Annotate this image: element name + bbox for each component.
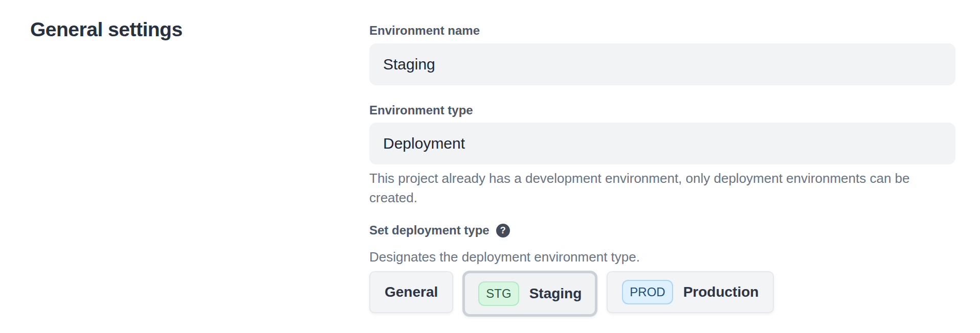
- page-title: General settings: [30, 18, 183, 41]
- environment-type-label: Environment type: [369, 103, 473, 117]
- question-mark-help-icon[interactable]: ?: [496, 224, 510, 237]
- deployment-type-option-general[interactable]: General: [369, 271, 453, 313]
- environment-name-label: Environment name: [369, 23, 480, 38]
- environment-type-input[interactable]: [369, 123, 955, 164]
- production-badge: PROD: [622, 280, 673, 305]
- set-deployment-type-row: Set deployment type ?: [369, 223, 510, 237]
- environment-type-help-text: This project already has a development e…: [369, 169, 937, 207]
- option-production-label: Production: [683, 284, 759, 300]
- deployment-type-option-production[interactable]: PROD Production: [607, 271, 774, 313]
- deployment-type-description: Designates the deployment environment ty…: [369, 248, 640, 266]
- option-staging-label: Staging: [529, 286, 582, 302]
- option-general-label: General: [385, 284, 438, 300]
- deployment-type-option-staging[interactable]: STG Staging: [462, 271, 597, 317]
- deployment-type-options: General STG Staging PROD Production: [369, 271, 774, 317]
- staging-badge: STG: [478, 281, 519, 306]
- environment-name-input[interactable]: [369, 43, 955, 85]
- set-deployment-type-label: Set deployment type: [369, 223, 489, 237]
